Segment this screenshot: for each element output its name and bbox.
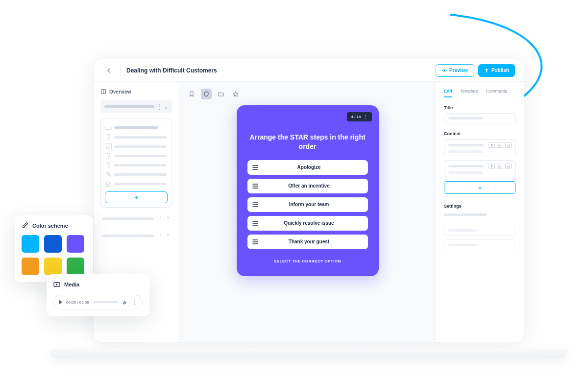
add-content-button[interactable]: + [444, 181, 516, 194]
text-icon[interactable]: T [489, 164, 495, 169]
preview-button[interactable]: Preview [436, 64, 474, 77]
chevron-up-icon: ⌃ [166, 234, 170, 238]
lesson-list: ▭⋮ ? ☑ ? ? ✎ ⊘ + [100, 118, 172, 208]
settings-label: Settings [444, 204, 516, 209]
app-window: Dealing with Difficult Customers Preview… [93, 59, 524, 343]
tab-edit[interactable]: Edit [444, 89, 452, 97]
color-swatch[interactable] [67, 258, 84, 275]
lesson-item[interactable]: ? [105, 161, 168, 170]
video-icon[interactable]: ▭ [505, 164, 512, 169]
pencil-icon: ✎ [106, 172, 111, 177]
content-block[interactable]: T ▭ ▭ [444, 139, 516, 156]
sort-option[interactable]: Offer an incentive [247, 179, 368, 193]
top-bar: Dealing with Difficult Customers Preview… [94, 59, 524, 82]
title-input[interactable] [444, 113, 516, 123]
content-block[interactable]: T ▭ ▭ [444, 160, 516, 177]
settings-placeholder [444, 213, 487, 216]
media-icon [53, 281, 60, 288]
publish-button[interactable]: Publish [478, 64, 515, 77]
settings-field[interactable] [444, 225, 516, 236]
option-label: Offer an incentive [265, 183, 353, 189]
color-swatch[interactable] [22, 258, 39, 275]
card-icon: ▭ [106, 125, 111, 130]
chevron-down-icon[interactable]: ⌄ [164, 104, 168, 110]
right-panel: Edit Template Comments Title Content T ▭… [436, 82, 524, 342]
section-row[interactable]: ⋮⌄ [100, 100, 172, 113]
drag-icon[interactable] [252, 184, 258, 189]
collapsed-section[interactable]: ⋮⌃ [100, 213, 172, 225]
color-swatch[interactable] [44, 258, 62, 275]
slide-card: 4 / 14⋮ Arrange the STAR steps in the ri… [237, 105, 379, 276]
option-label: Inform your team [265, 202, 353, 207]
check-icon: ⊘ [106, 181, 111, 187]
lesson-item[interactable]: ⊘ [105, 179, 168, 189]
chevron-up-icon: ⌃ [166, 216, 170, 221]
color-scheme-title: Color scheme [32, 223, 68, 229]
collapsed-section[interactable]: ⋮⌃ [100, 230, 172, 242]
drag-icon[interactable] [252, 239, 258, 244]
content-label: Content [444, 131, 516, 136]
video-icon[interactable]: ▭ [505, 142, 512, 148]
laptop-base [49, 349, 568, 358]
sort-option[interactable]: Apologize [247, 160, 368, 175]
color-scheme-panel: Color scheme [15, 215, 93, 282]
bookmark-tool[interactable] [186, 89, 197, 99]
slide-counter[interactable]: 4 / 14⋮ [347, 112, 371, 121]
slide-heading: Arrange the STAR steps in the right orde… [247, 133, 368, 151]
sort-option[interactable]: Inform your team [247, 197, 368, 212]
title-label: Title [444, 105, 516, 110]
book-icon [100, 89, 106, 94]
tab-comments[interactable]: Comments [486, 89, 508, 97]
drag-icon[interactable] [252, 202, 258, 207]
canvas-toolbar [186, 89, 429, 99]
publish-icon [484, 68, 489, 73]
brush-icon [22, 222, 28, 229]
lesson-item[interactable]: ? [105, 151, 168, 161]
drag-icon[interactable] [252, 221, 258, 226]
volume-icon[interactable]: 🔈 [122, 300, 127, 305]
canvas: 4 / 14⋮ Arrange the STAR steps in the ri… [179, 82, 436, 342]
option-label: Thank your guest [265, 239, 353, 244]
tab-template[interactable]: Template [460, 89, 478, 97]
drag-icon[interactable] [252, 165, 258, 170]
slide-cta: SELECT THE CORRECT OPTION [247, 259, 368, 263]
add-lesson-button[interactable]: + [105, 191, 168, 203]
back-button[interactable] [102, 64, 115, 77]
color-swatch[interactable] [44, 235, 62, 253]
publish-label: Publish [491, 68, 509, 73]
option-label: Apologize [265, 165, 353, 170]
checklist-icon: ☑ [106, 144, 111, 149]
lesson-item[interactable]: ? [105, 133, 168, 142]
eye-icon [442, 68, 447, 73]
sort-option[interactable]: Quickly resolve issue [247, 216, 368, 231]
svg-point-0 [444, 70, 445, 71]
audio-player[interactable]: 00:00 / 02:00 🔈 ⋮ [53, 295, 143, 309]
question-icon: ? [106, 163, 111, 168]
image-icon[interactable]: ▭ [497, 142, 503, 148]
star-tool[interactable] [230, 89, 241, 99]
document-title: Dealing with Difficult Customers [126, 67, 217, 74]
lesson-item[interactable]: ▭⋮ [105, 122, 168, 133]
question-icon: ? [106, 135, 111, 140]
text-icon[interactable]: T [489, 142, 495, 148]
settings-field[interactable] [444, 239, 516, 250]
play-icon[interactable] [59, 300, 62, 305]
sort-option[interactable]: Thank your guest [247, 235, 368, 249]
shield-tool[interactable] [201, 89, 212, 99]
color-swatch[interactable] [67, 235, 84, 253]
folder-tool[interactable] [216, 89, 226, 99]
color-swatch[interactable] [22, 235, 39, 253]
lesson-item[interactable]: ✎ [105, 170, 168, 179]
seek-track[interactable] [93, 301, 119, 303]
more-icon[interactable]: ⋮ [154, 103, 164, 110]
panel-tabs: Edit Template Comments [444, 89, 516, 97]
overview-header: Overview [100, 89, 172, 94]
preview-label: Preview [449, 68, 468, 73]
question-icon: ? [106, 153, 111, 159]
more-icon[interactable]: ⋮ [131, 299, 137, 306]
media-panel: Media 00:00 / 02:00 🔈 ⋮ [47, 274, 149, 316]
image-icon[interactable]: ▭ [497, 164, 503, 169]
player-time: 00:00 / 02:00 [66, 300, 89, 305]
lesson-item[interactable]: ☑ [105, 142, 168, 151]
option-label: Quickly resolve issue [265, 220, 353, 226]
